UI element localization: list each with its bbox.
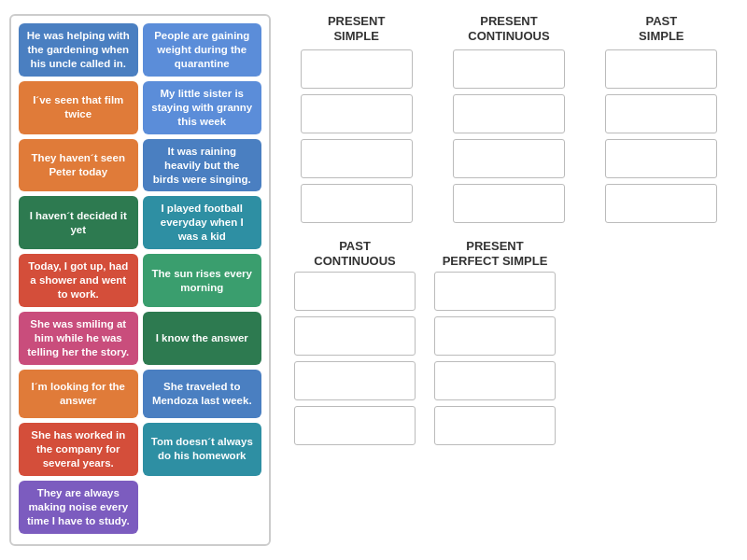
- draggable-card[interactable]: They haven´t seen Peter today: [19, 139, 138, 192]
- drop-box[interactable]: [434, 361, 556, 400]
- drop-box[interactable]: [301, 49, 413, 89]
- top-drop-zones: [285, 49, 733, 223]
- draggable-card[interactable]: The sun rises every morning: [143, 254, 262, 307]
- drop-column-present-perfect-simple: [434, 272, 556, 445]
- main-container: He was helping with the gardening when h…: [0, 0, 747, 560]
- header-past-simple: PASTSIMPLE: [605, 14, 717, 43]
- header-past-continuous: PASTCONTINUOUS: [294, 239, 416, 268]
- drop-box[interactable]: [294, 316, 416, 356]
- draggable-card[interactable]: I played football everyday when I was a …: [143, 196, 262, 249]
- top-category-headers: PRESENTSIMPLE PRESENTCONTINUOUS PASTSIMP…: [285, 14, 733, 43]
- draggable-card[interactable]: It was raining heavily but the birds wer…: [143, 139, 262, 192]
- draggable-card[interactable]: Tom doesn´t always do his homework: [143, 423, 262, 476]
- draggable-card[interactable]: She traveled to Mendoza last week.: [143, 370, 262, 418]
- drop-box[interactable]: [434, 406, 556, 445]
- draggable-card[interactable]: I´m looking for the answer: [19, 370, 138, 418]
- drop-box[interactable]: [453, 184, 565, 223]
- drop-box[interactable]: [301, 139, 413, 178]
- draggable-card[interactable]: She was smiling at him while he was tell…: [19, 312, 138, 365]
- draggable-card[interactable]: I haven´t decided it yet: [19, 196, 138, 249]
- drop-column-past-continuous: [294, 272, 416, 445]
- drop-box[interactable]: [605, 139, 717, 178]
- right-panel: PRESENTSIMPLE PRESENTCONTINUOUS PASTSIMP…: [280, 14, 738, 546]
- header-present-continuous: PRESENTCONTINUOUS: [453, 14, 565, 43]
- drop-box[interactable]: [605, 49, 717, 89]
- drop-column-present-continuous: [453, 49, 565, 223]
- draggable-card[interactable]: I´ve seen that film twice: [19, 81, 138, 134]
- draggable-card[interactable]: She has worked in the company for severa…: [19, 423, 138, 476]
- draggable-card[interactable]: Today, I got up, had a shower and went t…: [19, 254, 138, 307]
- drop-box[interactable]: [453, 139, 565, 178]
- draggable-card[interactable]: I know the answer: [143, 312, 262, 365]
- draggable-card[interactable]: People are gaining weight during the qua…: [143, 23, 262, 77]
- drop-box[interactable]: [605, 94, 717, 133]
- draggable-card[interactable]: He was helping with the gardening when h…: [19, 23, 138, 77]
- draggable-card[interactable]: They are always making noise every time …: [19, 481, 138, 534]
- drop-box[interactable]: [434, 316, 556, 356]
- bottom-drop-zones: [294, 272, 733, 445]
- bottom-section: PASTCONTINUOUS PRESENTPERFECT SIMPLE: [285, 239, 733, 445]
- drop-box[interactable]: [434, 272, 556, 311]
- drop-box[interactable]: [301, 94, 413, 133]
- drop-column-present-simple: [301, 49, 413, 223]
- drop-box[interactable]: [294, 272, 416, 311]
- drop-box[interactable]: [453, 49, 565, 89]
- header-present-simple: PRESENTSIMPLE: [301, 14, 413, 43]
- cards-panel: He was helping with the gardening when h…: [9, 14, 271, 546]
- draggable-card[interactable]: My little sister is staying with granny …: [143, 81, 262, 134]
- drop-box[interactable]: [301, 184, 413, 223]
- drop-box[interactable]: [294, 406, 416, 445]
- drop-box[interactable]: [453, 94, 565, 133]
- drop-column-past-simple: [605, 49, 717, 223]
- drop-box[interactable]: [605, 184, 717, 223]
- drop-box[interactable]: [294, 361, 416, 400]
- bottom-category-headers: PASTCONTINUOUS PRESENTPERFECT SIMPLE: [294, 239, 733, 268]
- header-present-perfect-simple: PRESENTPERFECT SIMPLE: [434, 239, 556, 268]
